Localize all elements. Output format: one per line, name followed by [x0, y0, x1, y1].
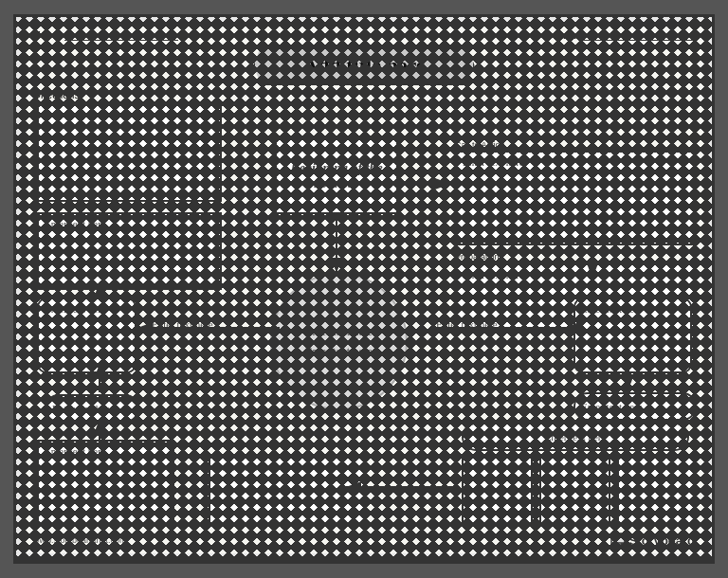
directions-label: Directions:: [33, 89, 82, 100]
storyboard-logo: Storyboard: [610, 533, 695, 548]
pill-left-text: Enter text here: [52, 403, 114, 414]
bottom-left-box[interactable]: Enter text here: [37, 440, 174, 525]
top-right-1-text: Enter text here: [463, 156, 524, 168]
top-left-box-1[interactable]: Enter text here: [37, 102, 222, 202]
banner-container: Add title here: [253, 45, 474, 85]
bottom-right-group-pill[interactable]: Enter text here: [462, 423, 689, 451]
top-left-1-text: Enter text here: [45, 108, 106, 119]
bottom-right-box-2[interactable]: [539, 456, 610, 527]
mid-right-box[interactable]: Enter text here: [573, 298, 692, 373]
preparation-label: Preparation: [455, 252, 500, 262]
mid-left-text: Enter text here: [45, 303, 106, 315]
directions: Directions:: [33, 89, 82, 100]
bottom-right-box-1[interactable]: [462, 456, 533, 527]
mid-right-text: Enter text here: [581, 303, 643, 315]
right-arrow-text: Enter text here: [436, 318, 498, 330]
page-title: Add title here: [302, 53, 425, 77]
pill-right-text: Enter text here: [581, 401, 643, 412]
circle-text-1: Enter text here: [305, 325, 373, 339]
mid-left-box[interactable]: Enter text here: [37, 298, 136, 373]
svg-rect-15: [614, 533, 625, 543]
bottom-center-box[interactable]: Enter text here: [209, 456, 365, 527]
bottom-right-group-text: Enter text here: [545, 431, 607, 443]
inner-content: Name Date Add title here Directions:: [24, 25, 704, 553]
top-right-box-1[interactable]: Enter text here: [455, 151, 697, 245]
beginning-box[interactable]: Beginning of the Journey: [275, 138, 398, 214]
storyboard-icon: [610, 533, 626, 548]
top-left-2-text: Enter text here: [45, 218, 106, 229]
banner-bg: Add title here: [253, 45, 474, 85]
call-to-action-label: Call to Action: [455, 140, 505, 150]
top-left-box-2[interactable]: Enter text here: [37, 212, 222, 290]
top-right-2-text: Enter text here: [463, 269, 524, 280]
bottom-left-text: Enter text here: [45, 445, 106, 457]
brand-label: Storyboard: [629, 533, 695, 548]
header: Add title here: [24, 28, 704, 85]
pill-right-box[interactable]: Enter text here: [573, 392, 697, 421]
bottom-right-box-3[interactable]: [617, 456, 697, 527]
left-arrow-text: Enter text here: [152, 318, 213, 330]
worksheet: Name Date Add title here Directions:: [13, 14, 715, 564]
bottom-center-text: Enter text here: [216, 461, 278, 473]
circle-text-2: Enter text here: [305, 345, 373, 359]
pill-left-box[interactable]: Enter text here: [45, 394, 139, 423]
footer-url: www.storyboardthat.com: [33, 535, 127, 545]
beginning-text: Beginning of the Journey: [282, 161, 391, 191]
footer: www.storyboardthat.com Storyboard: [33, 533, 695, 548]
center-circle[interactable]: Enter text here Enter text here: [270, 273, 408, 410]
